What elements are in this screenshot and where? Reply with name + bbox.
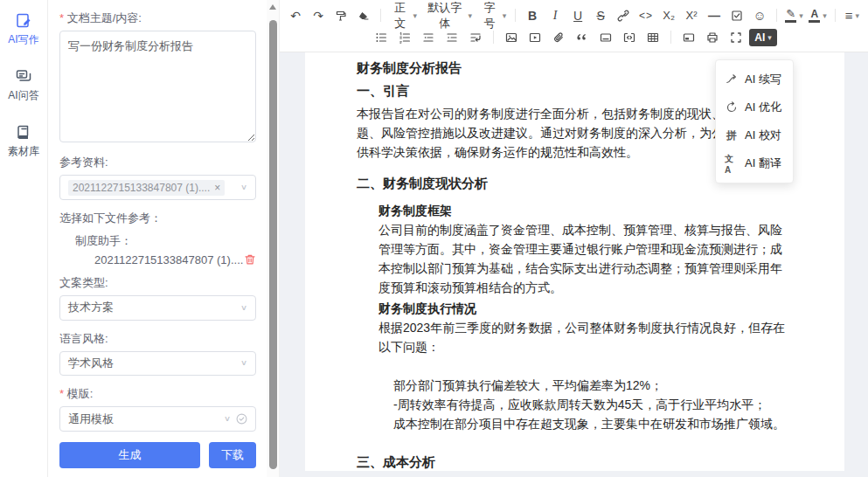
- menu-item-label: AI 校对: [745, 128, 781, 143]
- menu-item-label: AI 优化: [745, 100, 781, 115]
- font-size-select[interactable]: 字号▾: [476, 5, 509, 25]
- editor-content-area: 财务制度分析报告 一、引言 本报告旨在对公司的财务制度进行全面分析，包括财务制度…: [280, 52, 868, 477]
- checkbox-icon: [731, 10, 743, 22]
- sidebar-item-label: 素材库: [8, 144, 39, 159]
- chevron-down-icon: ∨: [240, 359, 247, 368]
- inline-code-button[interactable]: <>: [635, 5, 656, 25]
- panel-scrollbar[interactable]: [267, 0, 280, 477]
- style-value: 学术风格: [68, 356, 240, 371]
- scrollbar-thumb[interactable]: [269, 20, 277, 469]
- menu-item-ai-translate[interactable]: 文A AI 翻译: [716, 149, 793, 177]
- delete-file-icon[interactable]: [244, 253, 256, 266]
- font-family-select[interactable]: 默认字体▾: [421, 5, 475, 25]
- highlight-color-button[interactable]: ✎ ▾: [783, 5, 805, 25]
- insert-table-button[interactable]: [642, 27, 663, 47]
- list-item: 成本控制在部分项目中存在超支现象，主要集中在研发和市场推广领域。: [357, 414, 794, 433]
- line-break-button[interactable]: [465, 27, 486, 47]
- style-select[interactable]: 学术风格 ∨: [59, 351, 256, 377]
- remove-tag-icon[interactable]: ×: [214, 182, 220, 194]
- printer-icon: [706, 31, 719, 44]
- align-icon: ≡: [845, 8, 853, 23]
- insert-image-button[interactable]: [501, 27, 522, 47]
- code-block-button[interactable]: [619, 27, 640, 47]
- chevron-down-icon: ∨: [224, 414, 231, 423]
- topic-textarea[interactable]: 写一份财务制度分析报告: [59, 31, 256, 142]
- code-block-icon: [623, 31, 635, 44]
- reference-select[interactable]: 2021122715133847807 (1).... × ∨: [59, 175, 256, 200]
- blockquote-button[interactable]: [572, 27, 593, 47]
- undo-icon: ↶: [290, 10, 301, 22]
- sidebar-item-ai-writing[interactable]: AI写作: [8, 12, 38, 47]
- paragraph: 公司目前的制度涵盖了资金管理、成本控制、预算管理、核算与报告、风险管理等方面。其…: [357, 220, 794, 297]
- ai-dropdown-menu: AI 续写 AI 优化 拼 AI 校对 文A AI 翻译: [715, 59, 794, 183]
- chevron-down-icon: ▾: [856, 11, 860, 20]
- template-label: 模版:: [59, 386, 256, 402]
- redo-button[interactable]: ↷: [308, 5, 329, 25]
- italic-button[interactable]: I: [545, 5, 566, 25]
- menu-item-ai-proofread[interactable]: 拼 AI 校对: [716, 121, 793, 149]
- line-break-icon: [469, 31, 482, 44]
- copy-type-label: 文案类型:: [59, 275, 256, 291]
- clear-format-button[interactable]: [353, 5, 374, 25]
- scroll-up-arrow-icon[interactable]: [269, 4, 276, 10]
- image-icon: [505, 31, 517, 44]
- highlight-pen-icon: ✎: [785, 8, 796, 23]
- copy-type-select[interactable]: 技术方案 ∨: [59, 295, 256, 321]
- download-button[interactable]: 下载: [209, 442, 256, 468]
- format-painter-button[interactable]: [330, 5, 351, 25]
- template-select[interactable]: 通用模板 ∨: [59, 406, 256, 432]
- ordered-list-button[interactable]: [394, 27, 415, 47]
- side-panel-button[interactable]: [678, 27, 699, 47]
- ai-translate-icon: 文A: [725, 153, 739, 175]
- ai-optimize-icon: [725, 101, 739, 114]
- align-button[interactable]: ≡▾: [842, 5, 863, 25]
- style-label: 语言风格:: [59, 331, 256, 347]
- assistant-label: 制度助手：: [59, 233, 256, 249]
- indent-button[interactable]: [441, 27, 462, 47]
- menu-item-ai-optimize[interactable]: AI 优化: [716, 93, 793, 121]
- subscript-button[interactable]: X₂: [658, 5, 679, 25]
- paragraph-style-select[interactable]: 正文▾: [387, 5, 420, 25]
- underline-button[interactable]: U: [567, 5, 588, 25]
- insert-video-button[interactable]: [524, 27, 545, 47]
- strikethrough-icon: S: [596, 9, 604, 23]
- menu-item-ai-continue[interactable]: AI 续写: [716, 66, 793, 93]
- superscript-button[interactable]: X²: [681, 5, 702, 25]
- copy-type-value: 技术方案: [68, 300, 240, 315]
- ai-qa-icon: [15, 68, 32, 86]
- circle-check-icon: [236, 413, 247, 425]
- outdent-button[interactable]: [418, 27, 439, 47]
- blockquote-icon: [576, 31, 588, 44]
- chevron-down-icon: ∨: [240, 183, 247, 191]
- video-icon: [529, 31, 541, 44]
- material-library-icon: [15, 124, 32, 142]
- divider-button[interactable]: [595, 27, 616, 47]
- sidebar-item-ai-qa[interactable]: AI问答: [8, 68, 38, 103]
- emoji-button[interactable]: ☺: [749, 5, 770, 25]
- attachment-button[interactable]: [548, 27, 569, 47]
- panel-icon: [683, 31, 695, 44]
- horizontal-rule-button[interactable]: —: [704, 5, 725, 25]
- font-color-button[interactable]: A ▾: [807, 5, 829, 25]
- chevron-down-icon: ▾: [413, 11, 417, 20]
- sidebar-item-material-library[interactable]: 素材库: [8, 124, 39, 159]
- print-button[interactable]: [702, 27, 723, 47]
- generate-button[interactable]: 生成: [59, 442, 200, 468]
- undo-button[interactable]: ↶: [285, 5, 306, 25]
- bullet-list-button[interactable]: [371, 27, 392, 47]
- strikethrough-button[interactable]: S: [590, 5, 611, 25]
- fullscreen-button[interactable]: [726, 27, 746, 47]
- indent-icon: [446, 31, 458, 44]
- chevron-down-icon: ▾: [799, 11, 803, 20]
- task-list-button[interactable]: [726, 5, 747, 25]
- divider-icon: [600, 31, 612, 44]
- ai-menu-button[interactable]: AI▾: [749, 29, 777, 46]
- subscript-icon: X₂: [663, 9, 675, 22]
- toolbar-row-1: ↶ ↷ 正文▾ 默认字体▾ 字号▾ B I U S: [285, 4, 863, 26]
- outdent-icon: [422, 31, 434, 44]
- horizontal-rule-icon: —: [708, 9, 720, 23]
- ai-button-label: AI: [754, 31, 765, 44]
- link-button[interactable]: [613, 5, 634, 25]
- bold-button[interactable]: B: [522, 5, 543, 25]
- file-reference-row: 2021122715133847807 (1)....: [59, 253, 256, 266]
